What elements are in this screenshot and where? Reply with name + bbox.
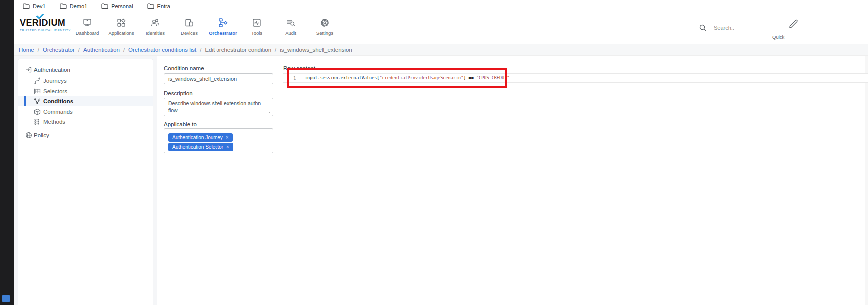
search-icon[interactable]	[699, 24, 707, 32]
nav-identities[interactable]: Identities	[138, 16, 172, 36]
condition-name-label: Condition name	[164, 65, 204, 71]
chip-remove-icon[interactable]: ×	[226, 144, 229, 150]
chip-label: Authentication Journey	[172, 135, 223, 140]
veridium-logo[interactable]: VERIDIUM TRUSTED DIGITAL IDENTITY	[20, 18, 75, 32]
code-editor-line[interactable]: 1 input.session.externalValues["credenti…	[283, 73, 868, 83]
folder-icon	[23, 3, 30, 9]
chip-authentication-journey[interactable]: Authentication Journey ×	[168, 133, 233, 142]
breadcrumb-separator: /	[123, 47, 125, 53]
scrollbar-track[interactable]	[865, 56, 868, 305]
nav-label: Identities	[146, 30, 165, 36]
breadcrumb: Home / Orchestrator / Authentication / O…	[14, 44, 868, 56]
orchestrator-icon	[217, 16, 228, 29]
logo-check-icon	[36, 14, 44, 19]
main-nav: Dashboard Applications Identities Devi	[70, 16, 342, 36]
nav-label: Orchestrator	[209, 30, 237, 36]
bookmark-folder-entra[interactable]: Entra	[147, 3, 170, 9]
breadcrumb-separator: /	[275, 47, 276, 53]
sidebar-item-conditions[interactable]: Conditions	[18, 96, 153, 106]
condition-name-input[interactable]	[164, 73, 273, 84]
sidebar-section-label: Policy	[34, 132, 49, 138]
bookmark-label: Personal	[111, 3, 133, 9]
line-number: 1	[293, 76, 296, 81]
window-edge-strip	[0, 0, 14, 305]
sidebar-item-label: Journeys	[43, 78, 67, 84]
breadcrumb-conditions-list[interactable]: Orchestrator conditions list	[128, 47, 196, 53]
breadcrumb-separator: /	[200, 47, 201, 53]
raw-content-label: Raw content	[283, 65, 315, 71]
audit-icon	[285, 16, 296, 29]
textarea-resize-handle[interactable]	[269, 112, 273, 116]
bookmark-folder-dev1[interactable]: Dev1	[23, 3, 46, 9]
cube-icon	[34, 108, 41, 115]
applicable-to-label: Applicable to	[164, 121, 197, 127]
search-input[interactable]	[714, 25, 764, 31]
description-label: Description	[164, 90, 193, 96]
journeys-icon	[34, 77, 41, 84]
global-search	[696, 22, 770, 35]
bookmark-label: Dev1	[33, 3, 46, 9]
active-indicator-bar	[24, 96, 26, 106]
sidebar-item-methods[interactable]: Methods	[18, 116, 153, 127]
dashboard-icon	[82, 16, 93, 29]
nav-label: Tools	[251, 30, 262, 36]
brand-tagline: TRUSTED DIGITAL IDENTITY	[20, 29, 75, 32]
bookmark-folder-personal[interactable]: Personal	[101, 3, 133, 9]
nav-orchestrator[interactable]: Orchestrator	[206, 16, 240, 36]
chip-label: Authentication Selector	[172, 144, 223, 150]
devices-icon	[184, 16, 195, 29]
folder-icon	[147, 3, 154, 9]
applicable-to-field[interactable]: Authentication Journey × Authentication …	[164, 128, 273, 153]
breadcrumb-authentication[interactable]: Authentication	[83, 47, 120, 53]
sidebar-item-label: Commands	[43, 109, 73, 115]
sidebar-section-policy[interactable]: Policy	[18, 130, 153, 140]
nav-devices[interactable]: Devices	[172, 16, 206, 36]
sidebar-item-label: Methods	[43, 119, 65, 125]
nav-applications[interactable]: Applications	[104, 16, 138, 36]
chip-authentication-selector[interactable]: Authentication Selector ×	[168, 143, 233, 151]
main-content-background	[157, 56, 868, 305]
nav-audit[interactable]: Audit	[274, 16, 308, 36]
sidebar-item-label: Selectors	[43, 88, 67, 94]
breadcrumb-separator: /	[38, 47, 39, 53]
folder-icon	[60, 3, 67, 9]
nav-label: Settings	[316, 30, 333, 36]
identities-icon	[150, 16, 161, 29]
chip-remove-icon[interactable]: ×	[226, 135, 229, 140]
bookmarks-bar: Dev1 Demo1 Personal Entra	[14, 0, 868, 13]
sidebar-item-journeys[interactable]: Journeys	[18, 75, 153, 86]
brand-text: VERIDIUM	[20, 18, 75, 28]
nav-label: Dashboard	[76, 30, 99, 36]
breadcrumb-separator: /	[78, 47, 80, 53]
gear-icon	[319, 16, 330, 29]
application-window: Dev1 Demo1 Personal Entra VERIDIUM TRUST…	[0, 0, 868, 305]
bookmark-label: Entra	[157, 3, 170, 9]
breadcrumb-home[interactable]: Home	[19, 47, 34, 53]
sidebar-item-selectors[interactable]: Selectors	[18, 86, 153, 96]
sidebar-item-commands[interactable]: Commands	[18, 106, 153, 117]
pencil-icon	[787, 17, 799, 30]
breadcrumb-orchestrator[interactable]: Orchestrator	[43, 47, 75, 53]
description-textarea[interactable]: Describe windows shell extension authn f…	[164, 98, 273, 116]
breadcrumb-edit-condition: Edit orchestrator condition	[205, 47, 271, 53]
bookmark-folder-demo1[interactable]: Demo1	[60, 3, 87, 9]
globe-icon	[25, 132, 32, 139]
nav-label: Devices	[181, 30, 198, 36]
breadcrumb-current-page: is_windows_shell_extension	[280, 47, 352, 53]
nav-dashboard[interactable]: Dashboard	[70, 16, 104, 36]
sidebar-section-authentication[interactable]: Authentication	[18, 64, 153, 75]
nav-settings[interactable]: Settings	[308, 16, 342, 36]
methods-icon	[34, 118, 41, 125]
applications-icon	[116, 16, 127, 29]
quick-action[interactable]: Quick	[771, 16, 868, 42]
login-icon	[25, 66, 32, 73]
folder-icon	[101, 3, 108, 9]
app-header: VERIDIUM TRUSTED DIGITAL IDENTITY Dashbo…	[14, 13, 868, 44]
bookmark-label: Demo1	[70, 3, 87, 9]
sidebar: Authentication Journeys Selectors Condit…	[18, 59, 153, 305]
sidebar-section-label: Authentication	[34, 67, 70, 73]
sidebar-item-label: Conditions	[43, 98, 73, 104]
nav-tools[interactable]: Tools	[240, 16, 274, 36]
background-window-fragment	[2, 295, 10, 302]
code-text: input.session.externalValues["credential…	[305, 75, 509, 81]
